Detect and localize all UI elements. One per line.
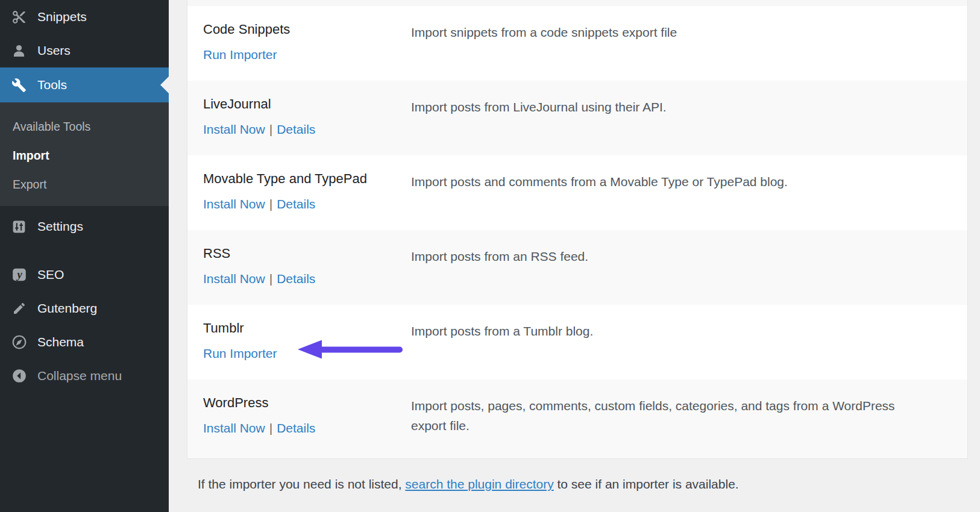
importer-name: LiveJournal [203,96,411,112]
link-separator: | [269,122,272,136]
importer-description: Import posts from LiveJournal using thei… [411,93,929,155]
wordpress-admin: Snippets Users Tools Available Tools Imp… [0,0,980,512]
details-link[interactable]: Details [277,272,315,286]
install-now-link[interactable]: Install Now [203,272,265,286]
sidebar-item-label: Settings [37,219,83,234]
run-importer-link[interactable]: Run Importer [203,346,277,360]
sidebar-item-users[interactable]: Users [0,34,169,67]
footer-text-after: to see if an importer is available. [554,477,739,491]
importer-name: RSS [203,246,411,261]
sidebar-item-available-tools[interactable]: Available Tools [0,112,169,141]
tools-submenu: Available Tools Import Export [0,102,169,206]
sidebar-item-schema[interactable]: Schema [0,325,169,359]
importer-row-code-snippets: Code Snippets Run Importer Import snippe… [187,6,967,81]
sidebar-item-tools[interactable]: Tools [0,67,169,102]
importer-row-livejournal: LiveJournal Install Now|Details Import p… [187,81,967,155]
link-separator: | [269,421,272,435]
sidebar-item-settings[interactable]: Settings [0,210,169,243]
importer-footer-note: If the importer you need is not listed, … [198,477,963,492]
importer-row-movable-type: Movable Type and TypePad Install Now|Det… [187,155,967,230]
importer-row-wordpress: WordPress Install Now|Details Import pos… [187,379,967,458]
admin-sidebar: Snippets Users Tools Available Tools Imp… [0,0,169,512]
sidebar-item-gutenberg[interactable]: Gutenberg [0,292,169,325]
importer-description: Import posts and comments from a Movable… [411,167,929,230]
collapse-arrow-icon [11,368,27,384]
collapse-menu-button[interactable]: Collapse menu [0,359,169,393]
importer-description: Import snippets from a code snippets exp… [411,18,929,81]
sidebar-item-label: Users [37,43,71,58]
sidebar-item-snippets[interactable]: Snippets [0,0,169,34]
importer-description: Import posts from an RSS feed. [411,242,929,305]
sidebar-item-seo[interactable]: y SEO [0,258,169,292]
link-separator: | [269,197,272,211]
active-menu-pointer [160,76,169,93]
install-now-link[interactable]: Install Now [203,197,265,211]
importer-description: Import posts from a Tumblr blog. [411,317,929,379]
sidebar-item-label: Tools [37,78,67,92]
importer-row-tumblr: Tumblr Run Importer Import posts from a … [187,305,967,379]
details-link[interactable]: Details [277,197,315,211]
sidebar-item-label: Gutenberg [37,301,97,316]
importer-name: WordPress [203,395,411,411]
sidebar-item-label: Snippets [37,10,87,24]
details-link[interactable]: Details [277,421,315,435]
pencil-icon [11,301,27,317]
import-tools-page: Code Snippets Run Importer Import snippe… [169,0,980,512]
importer-name: Movable Type and TypePad [203,171,411,187]
sidebar-item-label: Collapse menu [37,369,122,383]
link-separator: | [269,272,272,286]
sidebar-item-label: SEO [37,267,64,282]
install-now-link[interactable]: Install Now [203,122,265,136]
footer-text-before: If the importer you need is not listed, [198,477,405,491]
svg-text:y: y [16,269,22,281]
details-link[interactable]: Details [277,122,315,136]
importer-row-rss: RSS Install Now|Details Import posts fro… [187,230,967,305]
install-now-link[interactable]: Install Now [203,421,265,435]
menu-separator [0,243,169,258]
scissors-icon [11,9,27,25]
users-icon [11,43,27,59]
sidebar-item-export[interactable]: Export [0,170,169,199]
sidebar-item-label: Schema [37,335,84,349]
settings-icon [11,219,27,235]
sidebar-item-import[interactable]: Import [0,141,169,170]
importer-name: Tumblr [203,320,411,336]
importer-description: Import posts, pages, comments, custom fi… [411,392,929,458]
compass-icon [11,334,27,351]
importers-table: Code Snippets Run Importer Import snippe… [187,0,968,459]
previous-row-edge [187,0,967,6]
run-importer-link[interactable]: Run Importer [203,48,277,61]
importer-name: Code Snippets [203,22,411,37]
yoast-seo-icon: y [11,267,27,283]
search-plugin-directory-link[interactable]: search the plugin directory [405,477,553,491]
wrench-icon [11,77,27,93]
